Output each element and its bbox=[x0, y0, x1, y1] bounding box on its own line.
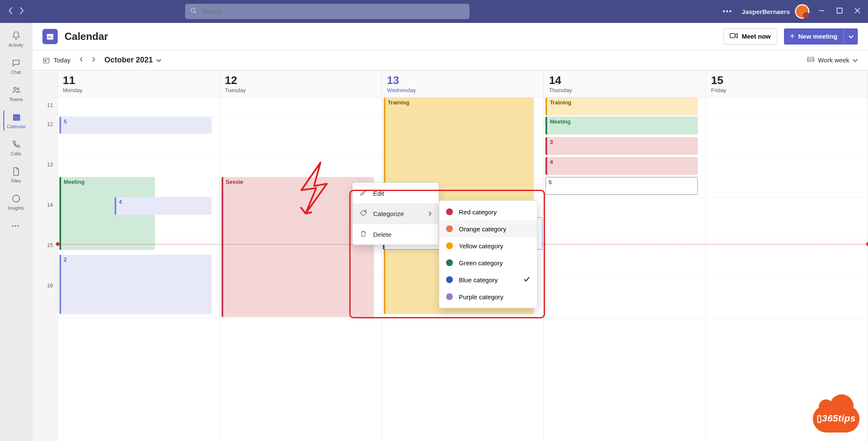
page-title: Calendar bbox=[65, 31, 108, 42]
cat-orange[interactable]: Orange category bbox=[439, 220, 537, 237]
insights-icon bbox=[11, 194, 21, 204]
page-header: Calendar Meet now + New meeting bbox=[32, 23, 868, 50]
event-tue-sessie[interactable]: Sessie bbox=[222, 177, 374, 317]
svg-rect-3 bbox=[837, 8, 842, 13]
time-label: 11 bbox=[32, 98, 57, 117]
trash-icon bbox=[360, 230, 367, 239]
day-col-mon[interactable]: 11 Monday 5 Meeting 4 2 bbox=[58, 70, 220, 441]
chevron-down-icon bbox=[156, 56, 161, 65]
time-label: 12 bbox=[32, 117, 57, 157]
avatar[interactable] bbox=[795, 4, 809, 19]
event-thu-3[interactable]: 3 bbox=[545, 137, 698, 155]
time-label: 13 bbox=[32, 157, 57, 197]
color-dot-icon bbox=[446, 293, 453, 300]
svg-rect-15 bbox=[730, 34, 735, 38]
prev-week-button[interactable] bbox=[79, 56, 83, 64]
ctx-categorize[interactable]: Categorize bbox=[353, 203, 438, 224]
next-week-button[interactable] bbox=[92, 56, 96, 64]
event-thu-training[interactable]: Training bbox=[545, 98, 698, 115]
search-input[interactable] bbox=[201, 8, 464, 15]
pencil-icon bbox=[360, 189, 367, 198]
calendar-grid: 11 12 13 14 15 16 11 Monday 5 Mee bbox=[32, 70, 868, 441]
username-label: JasperBernaers bbox=[742, 8, 790, 15]
event-mon-5[interactable]: 5 bbox=[59, 117, 212, 134]
new-meeting-dropdown[interactable] bbox=[843, 28, 858, 45]
day-header: 12 Tuesday bbox=[220, 70, 382, 98]
chevron-down-icon bbox=[853, 56, 858, 64]
event-thu-4[interactable]: 4 bbox=[545, 157, 698, 175]
svg-rect-9 bbox=[14, 116, 19, 120]
time-label: 16 bbox=[32, 278, 57, 318]
window-controls bbox=[819, 8, 860, 15]
svg-point-6 bbox=[14, 87, 16, 90]
svg-rect-12 bbox=[47, 34, 53, 35]
more-icon[interactable]: ••• bbox=[723, 8, 733, 15]
search-icon bbox=[190, 7, 197, 16]
check-icon bbox=[523, 276, 530, 284]
svg-point-0 bbox=[191, 8, 195, 12]
chevron-down-icon bbox=[848, 33, 854, 40]
chevron-right-icon bbox=[428, 210, 432, 217]
svg-rect-14 bbox=[50, 37, 51, 38]
forward-icon[interactable] bbox=[19, 7, 24, 16]
svg-rect-16 bbox=[43, 58, 49, 63]
event-mon-2[interactable]: 2 bbox=[59, 255, 212, 314]
cat-green[interactable]: Green category bbox=[439, 254, 537, 271]
rail-activity[interactable]: Activity bbox=[3, 29, 29, 49]
teams-icon bbox=[11, 85, 21, 95]
month-picker[interactable]: October 2021 bbox=[104, 56, 161, 65]
ctx-edit[interactable]: Edit bbox=[353, 183, 438, 203]
event-mon-4[interactable]: 4 bbox=[115, 197, 212, 215]
rail-calendar[interactable]: Calendar bbox=[3, 110, 29, 131]
color-dot-icon bbox=[446, 242, 453, 249]
content-area: Calendar Meet now + New meeting Today bbox=[32, 23, 868, 441]
rail-files[interactable]: Files bbox=[3, 165, 29, 185]
svg-rect-13 bbox=[48, 37, 49, 38]
rail-more[interactable]: ••• bbox=[3, 222, 29, 230]
rail-calls[interactable]: Calls bbox=[3, 138, 29, 158]
day-header: 13 Wednesday bbox=[382, 70, 544, 98]
cat-red[interactable]: Red category bbox=[439, 203, 537, 220]
color-dot-icon bbox=[446, 276, 453, 283]
svg-point-22 bbox=[365, 211, 365, 212]
day-col-fri[interactable]: 15 Friday bbox=[706, 70, 868, 441]
rail-teams[interactable]: Teams bbox=[3, 83, 29, 104]
time-gutter: 11 12 13 14 15 16 bbox=[32, 70, 58, 441]
time-label: 15 bbox=[32, 238, 57, 278]
search-box[interactable] bbox=[185, 4, 469, 19]
day-col-thu[interactable]: 14 Thursday Training Meeting 3 4 5 bbox=[544, 70, 706, 441]
day-col-tue[interactable]: 12 Tuesday Sessie bbox=[220, 70, 382, 441]
svg-point-7 bbox=[17, 88, 19, 90]
minimize-icon[interactable] bbox=[819, 8, 825, 15]
calendar-icon bbox=[11, 112, 22, 122]
new-meeting-button[interactable]: + New meeting bbox=[784, 28, 843, 45]
cat-purple[interactable]: Purple category bbox=[439, 288, 537, 305]
svg-point-18 bbox=[45, 60, 46, 62]
more-icon: ••• bbox=[12, 223, 20, 228]
calendar-toolbar: Today October 2021 Work week bbox=[32, 50, 868, 70]
back-icon[interactable] bbox=[8, 7, 13, 16]
close-icon[interactable] bbox=[854, 8, 860, 15]
color-dot-icon bbox=[446, 208, 453, 215]
day-header: 15 Friday bbox=[706, 70, 868, 98]
rail-chat[interactable]: Chat bbox=[3, 56, 29, 76]
meet-now-button[interactable]: Meet now bbox=[723, 28, 777, 45]
day-header: 14 Thursday bbox=[544, 70, 705, 98]
list-icon bbox=[807, 56, 815, 64]
nav-back-forward bbox=[0, 7, 32, 16]
view-switch[interactable]: Work week bbox=[807, 56, 858, 64]
event-thu-5[interactable]: 5 bbox=[545, 177, 698, 195]
user-area[interactable]: JasperBernaers bbox=[742, 4, 809, 19]
maximize-icon[interactable] bbox=[837, 8, 843, 15]
cat-blue[interactable]: Blue category bbox=[439, 271, 537, 288]
file-icon bbox=[11, 166, 21, 177]
ctx-delete[interactable]: Delete bbox=[353, 224, 438, 244]
event-thu-meeting[interactable]: Meeting bbox=[545, 117, 698, 135]
time-label: 14 bbox=[32, 197, 57, 238]
rail-insights[interactable]: Insights bbox=[3, 192, 29, 212]
tag-icon bbox=[360, 209, 367, 218]
today-icon[interactable]: Today bbox=[42, 56, 70, 64]
cat-yellow[interactable]: Yellow category bbox=[439, 237, 537, 254]
day-header: 11 Monday bbox=[58, 70, 219, 98]
bell-icon bbox=[11, 31, 21, 41]
